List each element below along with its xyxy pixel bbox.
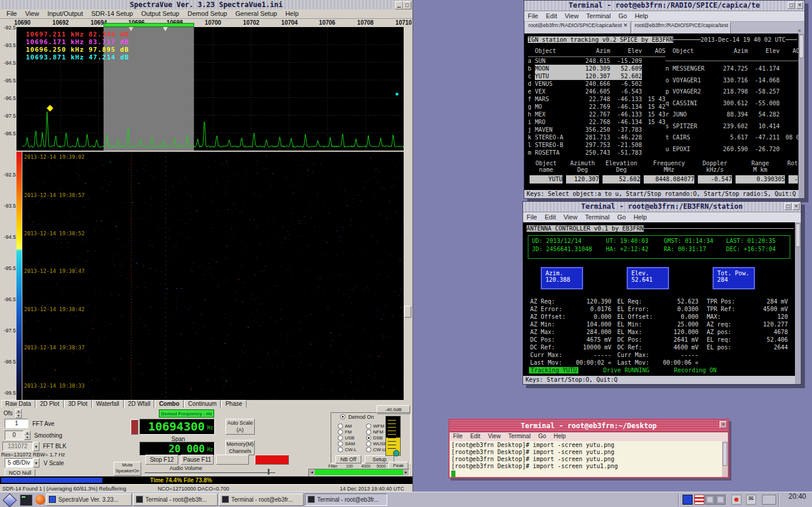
desktop-menu-icon[interactable] bbox=[2, 493, 16, 507]
offset-spinner-up[interactable]: ▲ bbox=[15, 409, 22, 413]
tab-phase[interactable]: Phase bbox=[221, 400, 246, 408]
audio-level-meter[interactable] bbox=[385, 416, 401, 456]
tray-red-stripe-icon[interactable] bbox=[694, 495, 704, 505]
taskbar-button-terminal-root-eb3fr-2[interactable]: Terminal - root@eb3fr... bbox=[219, 493, 304, 506]
waterfall-canvas[interactable] bbox=[22, 152, 404, 400]
auto-scale-button[interactable]: Auto Scale(A) bbox=[225, 419, 255, 435]
taskbar-button-terminal-root-eb3fr-3[interactable]: Terminal - root@eb3fr... bbox=[305, 493, 387, 506]
offset-spinner-down[interactable]: ▼ bbox=[15, 413, 22, 418]
terminal-tab[interactable]: root@eb3frn:/RADIO/SPICE/capica/test ✕ bbox=[525, 22, 631, 34]
smoothing-spinner-up[interactable]: ▲ bbox=[24, 431, 31, 435]
tracking-terminal-titlebar[interactable]: Terminal - root@eb3frn:/RADIO/SPICE/capi… bbox=[524, 1, 804, 11]
menu-file[interactable]: File bbox=[2, 9, 21, 17]
stop-button[interactable]: Stop F12 bbox=[145, 455, 178, 465]
menu-terminal[interactable]: Terminal bbox=[586, 12, 611, 19]
fft-blk-select[interactable]: 131072 bbox=[2, 442, 33, 451]
v-scale-select[interactable]: 5 dB/Div bbox=[5, 458, 33, 468]
mode-radio-am[interactable] bbox=[338, 423, 343, 429]
squelch-bar[interactable]: ◄► bbox=[308, 469, 410, 477]
menu-input-output[interactable]: Input/Output bbox=[43, 9, 87, 17]
menu-go[interactable]: Go bbox=[538, 433, 546, 439]
scrollbar-thumb[interactable] bbox=[723, 442, 727, 466]
close-icon[interactable]: ✕ bbox=[622, 22, 628, 28]
close-icon[interactable]: ✕ bbox=[796, 2, 803, 9]
scrollbar-thumb[interactable] bbox=[799, 35, 804, 58]
fft-ave-input[interactable]: 1 bbox=[5, 419, 28, 428]
mode-radio-nfm[interactable] bbox=[366, 429, 371, 435]
tab-continuum[interactable]: Continuum bbox=[184, 400, 221, 408]
demod-band-bar[interactable] bbox=[104, 23, 194, 27]
desktop-terminal-titlebar[interactable]: Terminal - root@eb3frn:~/Desktop ✕ bbox=[450, 420, 728, 432]
mode-radio-sam[interactable] bbox=[338, 441, 343, 446]
maximize-icon[interactable]: ▢ bbox=[788, 2, 795, 9]
antenna-terminal-titlebar[interactable]: Terminal - root@eb3frn:/EB3FRN/station ▢… bbox=[523, 202, 801, 212]
menu-file[interactable]: File bbox=[527, 214, 537, 221]
menu-view[interactable]: View bbox=[564, 214, 578, 221]
menu-file[interactable]: File bbox=[528, 12, 538, 19]
minimize-icon[interactable]: ▁ bbox=[395, 1, 403, 9]
left-arrow-icon[interactable]: ◄ bbox=[309, 469, 315, 475]
maximize-icon[interactable]: ▢ bbox=[784, 203, 791, 210]
mute-speaker-button[interactable]: MuteSpeakerOn bbox=[114, 462, 141, 476]
fft-blk-dropdown-icon[interactable]: ▼ bbox=[33, 442, 39, 451]
pager-icon[interactable] bbox=[762, 495, 776, 505]
tray-dot-icon[interactable] bbox=[731, 495, 741, 505]
tray-monitor2-icon[interactable] bbox=[716, 495, 726, 505]
right-arrow-icon[interactable]: ► bbox=[403, 469, 409, 475]
mode-radio-wusb[interactable] bbox=[366, 441, 371, 446]
tray-blue-icon[interactable] bbox=[683, 495, 693, 505]
menu-edit[interactable]: Edit bbox=[545, 214, 556, 221]
audio-volume-slider[interactable] bbox=[145, 472, 275, 474]
scrollbar[interactable] bbox=[795, 222, 801, 384]
new-tab-icon[interactable]: ✕ bbox=[796, 28, 803, 34]
v-scale-dropdown-icon[interactable]: ▼ bbox=[33, 458, 39, 468]
mode-radio-dsb[interactable] bbox=[366, 435, 371, 441]
mode-radio-usb[interactable] bbox=[338, 435, 343, 441]
menu-terminal[interactable]: Terminal bbox=[508, 433, 531, 439]
mode-radio-fm[interactable] bbox=[338, 429, 343, 435]
waterfall-scroll-handle[interactable] bbox=[404, 306, 411, 318]
memory-channels-button[interactable]: Memory(M)Channels bbox=[225, 440, 255, 455]
menu-go[interactable]: Go bbox=[617, 214, 626, 221]
menu-edit[interactable]: Edit bbox=[470, 433, 480, 439]
menu-output-setup[interactable]: Output Setup bbox=[137, 9, 184, 17]
scrollbar[interactable] bbox=[798, 34, 804, 198]
terminal-launcher-icon[interactable] bbox=[20, 495, 32, 506]
taskbar-button-terminal-root-eb3fr-1[interactable]: Terminal - root@eb3fr... bbox=[133, 493, 218, 506]
menu-edit[interactable]: Edit bbox=[546, 12, 557, 19]
record-button[interactable] bbox=[255, 455, 289, 465]
menu-help[interactable]: Help bbox=[281, 9, 303, 17]
menu-general-setup[interactable]: General Setup bbox=[231, 9, 281, 17]
mode-radio-cw-l[interactable] bbox=[338, 447, 343, 452]
nb-off-button[interactable]: NB Off bbox=[335, 455, 361, 463]
menu-sdr-14-setup[interactable]: SDR-14 Setup bbox=[87, 9, 137, 17]
mode-radio-wfm[interactable] bbox=[366, 423, 371, 429]
demod-on-checkbox[interactable] bbox=[340, 414, 345, 419]
menu-go[interactable]: Go bbox=[618, 12, 627, 19]
close-icon[interactable]: ✕ bbox=[720, 421, 727, 428]
tune-lock-button[interactable] bbox=[131, 419, 138, 435]
menu-view[interactable]: View bbox=[565, 12, 579, 19]
tray-envelope-icon[interactable]: ✉ bbox=[746, 495, 756, 505]
taskbar-button-spectravue-ver-3-23-0[interactable]: SpectraVue Ver. 3.23... bbox=[46, 493, 132, 506]
menu-view[interactable]: View bbox=[21, 9, 44, 17]
tab-waterfall[interactable]: Waterfall bbox=[92, 400, 124, 408]
firefox-launcher-icon[interactable] bbox=[35, 495, 45, 505]
scrollbar-thumb[interactable] bbox=[796, 224, 800, 247]
smoothing-input[interactable]: 0 bbox=[5, 431, 24, 440]
menu-file[interactable]: File bbox=[453, 433, 462, 439]
spectravue-titlebar[interactable]: SpectraVue Ver. 3.23 SpectraVue1.ini ▁ ▢ bbox=[0, 0, 412, 10]
audio-volume-thumb[interactable] bbox=[268, 469, 269, 475]
maximize-icon[interactable]: ▢ bbox=[403, 1, 411, 9]
meter-knob-icon[interactable] bbox=[393, 450, 400, 456]
tab-2d-plot[interactable]: 2D Plot bbox=[36, 400, 64, 408]
tab-2d-wfall[interactable]: 2D Wfall bbox=[124, 400, 155, 408]
menu-view[interactable]: View bbox=[488, 433, 501, 439]
pause-button[interactable]: Pause F11 bbox=[181, 455, 214, 465]
disabled-button[interactable] bbox=[216, 455, 249, 465]
menu-demod-setup[interactable]: Demod Setup bbox=[184, 9, 231, 17]
tray-monitor-icon[interactable] bbox=[705, 495, 715, 505]
menu-terminal[interactable]: Terminal bbox=[585, 214, 610, 221]
tab-raw-data[interactable]: Raw Data bbox=[1, 400, 35, 408]
menu-help[interactable]: Help bbox=[635, 12, 648, 19]
